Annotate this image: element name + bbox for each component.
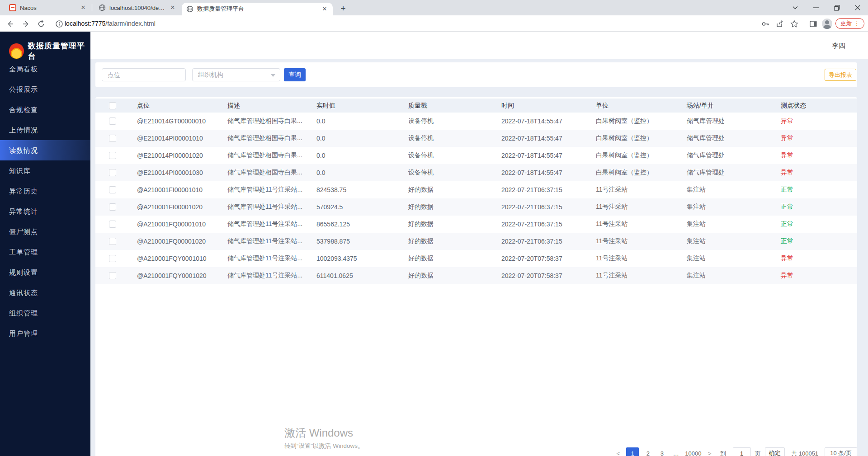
browser-update-button[interactable]: 更新 ⋮ [835,18,864,29]
page-number-button[interactable]: 2 [643,447,653,456]
row-checkbox[interactable] [109,152,116,159]
share-icon[interactable] [776,20,784,28]
sidebar-item[interactable]: 僵尸测点 [0,221,90,242]
table-row[interactable]: @A210001FQY0001010储气库管理处11号注采站...1002093… [95,250,857,267]
side-panel-icon[interactable] [809,20,817,28]
profile-avatar[interactable] [822,19,832,29]
bookmark-star-icon[interactable] [790,20,798,28]
tab-nacos[interactable]: Nacos ✕ [5,0,91,15]
row-checkbox[interactable] [109,272,116,279]
cell-point-status: 正常 [774,186,857,194]
select-all-checkbox[interactable] [109,102,116,109]
cell-station: 集注站 [679,186,774,194]
password-key-icon[interactable] [761,20,769,28]
row-checkbox-cell [95,272,130,279]
row-checkbox[interactable] [109,238,116,245]
org-select[interactable]: 组织机构 [192,68,280,81]
row-checkbox[interactable] [109,118,116,125]
row-checkbox[interactable] [109,255,116,262]
window-chevron-icon[interactable] [787,0,804,15]
browser-menu-icon[interactable]: ⋮ [854,20,860,27]
sidebar-item[interactable]: 合规检查 [0,99,90,120]
point-input[interactable] [102,68,186,81]
filter-panel: 组织机构 查询 导出报表 [95,62,857,87]
sidebar-item[interactable]: 用户管理 [0,323,90,343]
back-icon[interactable] [6,20,14,28]
table-row[interactable]: @E210014PI00001030储气库管理处相国寺白果...0.0设备停机2… [95,164,857,181]
prev-page-button[interactable]: < [614,447,622,456]
windows-activation-watermark: 激活 Windows 转到“设置”以激活 Windows。 [284,426,364,450]
window-close-icon[interactable] [849,0,866,15]
cell-point-id: @E210014PI00001030 [130,169,220,176]
page-number-button[interactable]: 3 [657,447,667,456]
tab-data-quality-platform[interactable]: 数据质量管理平台 ✕ [182,3,333,15]
page-size-select[interactable]: 10 条/页 [825,447,857,456]
sidebar-item[interactable]: 规则设置 [0,262,90,282]
cell-station: 储气库管理处 [679,169,774,177]
sidebar-item[interactable]: 工单管理 [0,242,90,262]
page-number-button[interactable]: … [671,447,681,456]
cell-description: 储气库管理处11号注采站... [220,272,309,280]
page-number-button[interactable]: 1 [626,447,639,456]
row-checkbox[interactable] [109,169,116,176]
sidebar-item[interactable]: 公报展示 [0,79,90,99]
tab-title: Nacos [20,5,76,11]
tab-title: localhost:10040/demo/psjdbc [109,5,165,11]
main-content: 组织机构 查询 导出报表 点位描述实时值质量戳时间单位场站/单井测点状态 @E2… [90,59,868,456]
cell-unit: 11号注采站 [589,272,679,280]
cell-description: 储气库管理处相国寺白果... [220,134,309,142]
cell-point-status: 异常 [774,169,857,177]
next-page-button[interactable]: > [706,447,714,456]
sidebar-item[interactable]: 异常统计 [0,201,90,221]
cell-description: 储气库管理处相国寺白果... [220,117,309,125]
sidebar-item[interactable]: 通讯状态 [0,282,90,303]
cell-description: 储气库管理处11号注采站... [220,237,309,245]
table-row[interactable]: @A210001FQ00001020储气库管理处11号注采站...537988.… [95,233,857,250]
cell-realtime-value: 1002093.4375 [309,255,401,262]
forward-icon[interactable] [22,20,30,28]
table-row[interactable]: @A210001FI00001020储气库管理处11号注采站...570924.… [95,198,857,216]
table-row[interactable]: @E210014PI00001020储气库管理处相国寺白果...0.0设备停机2… [95,147,857,164]
total-count-label: 共 100051 条 [789,447,821,456]
jump-page-input[interactable] [733,447,751,456]
tab-close-icon[interactable]: ✕ [321,5,328,13]
url-field[interactable]: localhost:7775/falarm/index.html [65,15,156,32]
data-table-panel: 点位描述实时值质量戳时间单位场站/单井测点状态 @E210014GT000000… [95,97,857,456]
query-button[interactable]: 查询 [284,68,306,81]
window-restore-icon[interactable] [828,0,845,15]
cell-point-status: 正常 [774,203,857,211]
sidebar-item[interactable]: 知识库 [0,160,90,181]
sidebar-item[interactable]: 上传情况 [0,120,90,140]
refresh-icon[interactable] [37,20,45,28]
header-checkbox-cell [95,102,130,109]
table-row[interactable]: @A210001FQY0001020储气库管理处11号注采站...611401.… [95,267,857,284]
table-row[interactable]: @A210001FQ00001010储气库管理处11号注采站...865562.… [95,216,857,233]
cell-realtime-value: 0.0 [309,152,401,159]
confirm-button[interactable]: 确定 [765,447,785,456]
tab-close-icon[interactable]: ✕ [80,4,87,11]
tab-close-icon[interactable]: ✕ [169,4,176,11]
current-user[interactable]: 李四 [832,32,845,59]
sidebar-item[interactable]: 全局看板 [0,59,90,79]
window-minimize-icon[interactable] [807,0,825,15]
row-checkbox[interactable] [109,203,116,211]
table-row[interactable]: @A210001FI00001010储气库管理处11号注采站...824538.… [95,181,857,198]
row-checkbox[interactable] [109,186,116,193]
row-checkbox[interactable] [109,135,116,142]
cell-unit: 白果树阀室（监控） [589,117,679,125]
tab-localhost-demo[interactable]: localhost:10040/demo/psjdbc ✕ [94,0,181,15]
new-tab-button[interactable]: + [337,3,349,14]
site-info-icon[interactable] [55,20,63,28]
cell-station: 储气库管理处 [679,134,774,142]
row-checkbox[interactable] [109,221,116,228]
sidebar-item[interactable]: 读数情况 [0,140,90,160]
sidebar-item[interactable]: 组织管理 [0,303,90,323]
export-report-button[interactable]: 导出报表 [825,69,856,81]
table-row[interactable]: @E210014GT00000010储气库管理处相国寺白果...0.0设备停机2… [95,113,857,130]
table-row[interactable]: @E210014PI00001010储气库管理处相国寺白果...0.0设备停机2… [95,130,857,147]
sidebar-item[interactable]: 异常历史 [0,181,90,201]
page-number-button[interactable]: 10000 [685,447,701,456]
cell-station: 储气库管理处 [679,151,774,160]
row-checkbox-cell [95,169,130,176]
cell-time: 2022-07-18T14:55:47 [494,135,589,142]
